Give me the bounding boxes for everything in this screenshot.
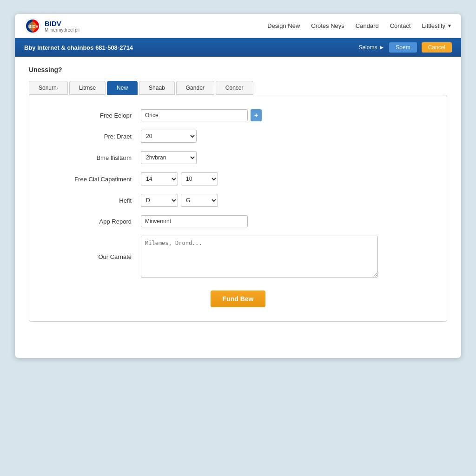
tab-litrnse[interactable]: Litrnse <box>69 81 106 95</box>
form-panel: Free Eelopr + Pre: Draet 20 30 40 <box>29 95 447 322</box>
free-eelopr-control: + <box>141 109 428 121</box>
sub-header-actions: Seloms ► Soem Cancel <box>358 42 452 53</box>
pre-draet-select[interactable]: 20 30 40 <box>141 130 197 143</box>
tab-bar: Sonurn· Litrnse New Shaab Gander Concer <box>29 81 447 95</box>
free-eelopr-input[interactable] <box>141 109 248 121</box>
form-row-our-carnate: Our Carnate Milemes, Drond... <box>48 236 428 278</box>
nav-links: Design New Crotes Neys Candard Contact L… <box>267 22 452 29</box>
brand-name: BIDV <box>45 20 79 27</box>
form-row-hefit: Hefit D E F G H I <box>48 194 428 207</box>
logo-area: BIDV BIDV Miinermydrecl pii <box>24 18 79 34</box>
arrow-right-icon: ► <box>379 44 384 51</box>
top-nav: BIDV BIDV Miinermydrecl pii Design New C… <box>15 14 461 38</box>
app-repord-input[interactable] <box>141 215 248 227</box>
svg-text:BIDV: BIDV <box>28 24 39 29</box>
label-hefit: Hefit <box>48 197 141 204</box>
our-carnate-textarea[interactable]: Milemes, Drond... <box>141 236 378 278</box>
sub-header-title: Bby Internet & chainbos 681-508-2714 <box>24 44 133 51</box>
tab-shaab[interactable]: Shaab <box>139 81 175 95</box>
bme-select[interactable]: 2hvbran 3hvbran <box>141 151 197 164</box>
nav-link-design-new[interactable]: Design New <box>267 22 300 29</box>
form-row-pre-draet: Pre: Draet 20 30 40 <box>48 130 428 143</box>
pre-draet-control: 20 30 40 <box>141 130 428 143</box>
bme-control: 2hvbran 3hvbran <box>141 151 428 164</box>
seloms-link[interactable]: Seloms ► <box>358 44 384 51</box>
chevron-down-icon: ▼ <box>447 23 452 28</box>
free-cial-control: 14 15 16 10 11 12 <box>141 172 428 185</box>
fund-bew-button[interactable]: Fund Bew <box>211 291 266 307</box>
cancel-header-button[interactable]: Cancel <box>422 42 452 53</box>
nav-link-littlestity[interactable]: Littlestity ▼ <box>422 22 452 29</box>
label-our-carnate: Our Carnate <box>48 253 141 260</box>
form-row-free-eelopr: Free Eelopr + <box>48 109 428 121</box>
form-row-free-cial: Free Cial Capatiment 14 15 16 10 11 12 <box>48 172 428 185</box>
tab-new[interactable]: New <box>107 81 138 95</box>
free-cial-select2[interactable]: 10 11 12 <box>181 172 218 185</box>
form-row-bme: Bme ffisltarm 2hvbran 3hvbran <box>48 151 428 164</box>
label-pre-draet: Pre: Draet <box>48 133 141 140</box>
browser-window: BIDV BIDV Miinermydrecl pii Design New C… <box>15 14 461 358</box>
brand-subtitle: Miinermydrecl pii <box>45 27 79 33</box>
tab-concer[interactable]: Concer <box>216 81 253 95</box>
label-free-eelopr: Free Eelopr <box>48 112 141 119</box>
nav-link-candard[interactable]: Candard <box>356 22 379 29</box>
our-carnate-control: Milemes, Drond... <box>141 236 428 278</box>
tab-sonurn[interactable]: Sonurn· <box>29 81 68 95</box>
nav-link-contact[interactable]: Contact <box>390 22 411 29</box>
search-button[interactable]: Soem <box>389 42 416 53</box>
hefit-control: D E F G H I <box>141 194 428 207</box>
app-repord-control <box>141 215 428 227</box>
nav-link-crotes[interactable]: Crotes Neys <box>311 22 344 29</box>
form-row-app-repord: App Repord <box>48 215 428 227</box>
bidv-logo-icon: BIDV <box>24 18 41 34</box>
free-cial-select1[interactable]: 14 15 16 <box>141 172 178 185</box>
logo-text: BIDV Miinermydrecl pii <box>45 20 79 33</box>
hefit-select1[interactable]: D E F <box>141 194 178 207</box>
submit-row: Fund Bew <box>48 286 428 307</box>
free-eelopr-add-button[interactable]: + <box>251 109 262 121</box>
sub-header: Bby Internet & chainbos 681-508-2714 Sel… <box>15 38 461 57</box>
hefit-select2[interactable]: G H I <box>181 194 218 207</box>
label-free-cial: Free Cial Capatiment <box>48 176 141 183</box>
label-app-repord: App Repord <box>48 218 141 225</box>
label-bme: Bme ffisltarm <box>48 154 141 161</box>
page-title: Unessing? <box>29 66 447 73</box>
tab-gander[interactable]: Gander <box>176 81 214 95</box>
main-content: Unessing? Sonurn· Litrnse New Shaab Gand… <box>15 57 461 358</box>
